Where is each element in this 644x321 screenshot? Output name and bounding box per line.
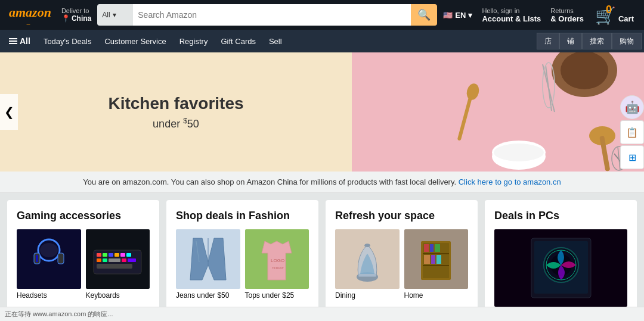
amazon-cn-link[interactable]: Click here to go to amazon.cn (459, 177, 561, 186)
svg-point-10 (494, 144, 544, 161)
svg-rect-26 (120, 253, 125, 257)
tops-image: LOGO TODAY (245, 229, 309, 289)
search-icon: 🔍 (417, 8, 431, 21)
kitchen-items-svg (352, 52, 644, 172)
deliver-to-label: Deliver to (61, 7, 91, 14)
cn-tab-4[interactable]: 购物 (612, 33, 642, 49)
cn-tab-1[interactable]: 店 (537, 33, 559, 49)
dining-item[interactable]: Dining (335, 229, 400, 300)
notification-banner: You are on amazon.com. You can also shop… (0, 172, 644, 193)
svg-rect-27 (126, 253, 131, 257)
clipboard-button[interactable]: 📋 (620, 120, 644, 144)
headsets-image (17, 229, 81, 289)
keyboards-item[interactable]: Keyboards (86, 229, 150, 300)
notification-text: You are on amazon.com. You can also shop… (83, 177, 456, 186)
gaming-accessories-card: Gaming accessories Headsets (7, 200, 159, 316)
ai-icon: 🤖 (625, 100, 640, 114)
hamburger-icon (9, 38, 17, 44)
home-label: Home (404, 291, 469, 300)
prev-button[interactable]: ❮ (0, 94, 18, 130)
deliver-location[interactable]: Deliver to 📍 China (58, 3, 95, 27)
sell-nav[interactable]: Sell (262, 32, 289, 51)
tops-item[interactable]: LOGO TODAY Tops under $25 (245, 229, 309, 300)
customer-service-nav[interactable]: Customer Service (98, 32, 172, 51)
account-menu[interactable]: Hello, sign in Account & Lists (478, 3, 544, 27)
jeans-label: Jeans under $50 (176, 291, 240, 300)
svg-rect-44 (424, 244, 429, 252)
hero-subtitle: under $50 (153, 117, 199, 130)
svg-rect-29 (103, 258, 107, 262)
ai-assistant-button[interactable]: 🤖 (620, 95, 644, 119)
orders-label: & Orders (550, 14, 584, 23)
svg-rect-43 (423, 265, 449, 266)
amazon-logo-area[interactable]: amazon ̲̲̲̲̲̲ (5, 3, 55, 27)
svg-rect-49 (436, 255, 441, 264)
cart-label: Cart (618, 14, 634, 26)
windows-icon: ⊞ (628, 152, 636, 163)
hero-banner: ❮ Kitchen favorites under $50 (0, 52, 644, 172)
deliver-location-text: China (72, 14, 91, 23)
chevron-down-icon: ▾ (113, 11, 116, 19)
product-sections: Gaming accessories Headsets (0, 193, 644, 321)
side-widgets: 🤖 📋 ⊞ (620, 95, 644, 169)
all-menu-button[interactable]: All (2, 31, 37, 51)
svg-text:TODAY: TODAY (272, 266, 284, 270)
refresh-space-card: Refresh your space Dining (326, 200, 478, 316)
cart[interactable]: 0 🛒 Cart (590, 2, 639, 29)
pc-deals-card: Deals in PCs (485, 200, 637, 316)
home-image (404, 229, 469, 289)
svg-rect-48 (431, 255, 435, 264)
jeans-item[interactable]: Jeans under $50 (176, 229, 240, 300)
svg-point-20 (40, 243, 58, 257)
refresh-items: Dining (335, 229, 468, 300)
keyboards-label: Keyboards (86, 291, 150, 300)
svg-rect-25 (114, 253, 119, 257)
search-category-label: All (102, 11, 110, 19)
chevron-down-icon: ▾ (468, 11, 472, 20)
hero-price: 50 (187, 118, 199, 130)
language-label: EN (455, 11, 466, 20)
cart-count: 0 (606, 4, 612, 16)
secondary-navigation: All Today's Deals Customer Service Regis… (0, 30, 644, 52)
pc-image (494, 229, 627, 307)
pc-item[interactable] (494, 229, 627, 307)
svg-point-2 (561, 52, 608, 89)
hero-image-area (352, 52, 644, 172)
svg-rect-32 (128, 258, 136, 262)
hero-subtitle-text: under (153, 118, 183, 130)
location-icon: 📍 (61, 14, 70, 23)
cn-tab-2[interactable]: 铺 (559, 33, 582, 49)
svg-rect-22 (97, 253, 101, 257)
search-button[interactable]: 🔍 (411, 4, 437, 26)
svg-rect-18 (58, 253, 64, 264)
search-bar: All ▾ 🔍 (97, 4, 437, 26)
dining-image (335, 229, 400, 289)
windows-button[interactable]: ⊞ (620, 145, 644, 169)
account-label: Account & Lists (482, 14, 541, 23)
svg-rect-23 (103, 253, 107, 257)
svg-rect-30 (109, 258, 120, 262)
language-selector[interactable]: 🇺🇸 EN ▾ (439, 7, 476, 24)
svg-rect-31 (122, 258, 126, 262)
gift-cards-nav[interactable]: Gift Cards (214, 32, 262, 51)
fashion-deals-card: Shop deals in Fashion Jeans under $50 LO… (166, 200, 318, 316)
svg-rect-47 (424, 255, 430, 264)
returns-menu[interactable]: Returns & Orders (547, 3, 587, 27)
todays-deals-nav[interactable]: Today's Deals (37, 32, 98, 51)
status-text: 正在等待 www.amazon.com 的响应... (5, 310, 113, 317)
clipboard-icon: 📋 (626, 127, 638, 138)
home-item[interactable]: Home (404, 229, 469, 300)
jeans-image (176, 229, 240, 289)
headsets-item[interactable]: Headsets (17, 229, 81, 300)
top-navigation: amazon ̲̲̲̲̲̲ Deliver to 📍 China All ▾ 🔍… (0, 0, 644, 30)
registry-nav[interactable]: Registry (173, 32, 215, 51)
pc-items (494, 229, 627, 307)
fashion-card-title: Shop deals in Fashion (176, 210, 309, 222)
cn-tab-3[interactable]: 搜索 (582, 33, 612, 49)
svg-rect-33 (97, 264, 132, 269)
search-category-dropdown[interactable]: All ▾ (97, 4, 133, 26)
search-input[interactable] (133, 4, 411, 26)
hero-text-area: Kitchen favorites under $50 (0, 52, 352, 172)
gaming-card-title: Gaming accessories (17, 210, 150, 222)
gaming-items: Headsets (17, 229, 150, 300)
